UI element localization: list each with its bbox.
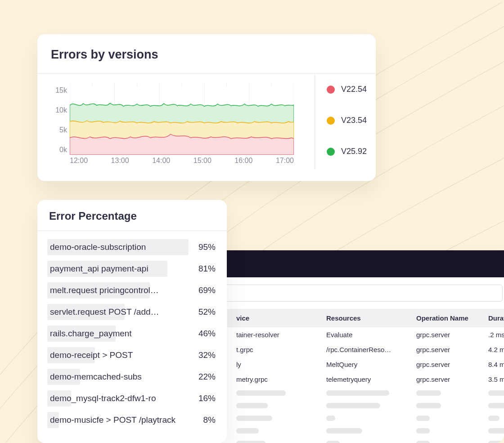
cell: /rpc.ContainerReso… <box>326 346 416 353</box>
error-percentage-card: Error Percentage demo-oracle-subscriptio… <box>37 200 227 443</box>
row-label: demo-memcached-subs <box>47 369 142 385</box>
chart-legend: V22.54 V23.54 V25.92 <box>315 74 376 169</box>
skeleton-bar <box>236 441 266 443</box>
row-value: 81% <box>198 264 217 274</box>
skeleton-bar <box>488 416 500 421</box>
cell: grpc.server <box>416 361 488 368</box>
error-percentage-list: demo-oracle-subscription95%payment_api p… <box>37 231 227 428</box>
cell: Evaluate <box>326 331 416 339</box>
skeleton-bar <box>416 416 430 421</box>
legend-item: V25.92 <box>327 147 367 156</box>
cell: .2 ms <box>488 331 504 339</box>
table-row[interactable]: metry.grpctelemetryquerygrpc.server3.5 m… <box>227 372 504 387</box>
skeleton-bar <box>326 403 380 408</box>
row-value: 16% <box>198 393 217 403</box>
cell: MeltQuery <box>326 361 416 368</box>
row-value: 32% <box>198 350 217 360</box>
skeleton-bar <box>236 390 286 396</box>
row-label: demo-musicfe > POST /playtrack <box>47 412 176 428</box>
skeleton-row <box>227 412 504 425</box>
row-label: demo-oracle-subscription <box>47 239 146 255</box>
card-title: Errors by versions <box>37 34 376 74</box>
cell: 8.4 ms <box>488 361 504 368</box>
col-operation: Operation Name <box>416 314 488 322</box>
cell: 3.5 ms <box>488 375 504 383</box>
skeleton-bar <box>326 441 340 443</box>
legend-dot-icon <box>327 86 335 94</box>
trace-table-header: vice Resources Operation Name Duration <box>227 309 504 327</box>
skeleton-row <box>227 399 504 412</box>
row-value: 8% <box>203 415 217 425</box>
skeleton-bar <box>416 441 430 443</box>
error-percentage-row[interactable]: demo-memcached-subs22% <box>47 369 217 385</box>
cell: t.grpc <box>236 346 326 353</box>
row-label: payment_api payment-api <box>47 261 148 277</box>
row-value: 52% <box>198 307 217 317</box>
error-percentage-row[interactable]: demo-musicfe > POST /playtrack8% <box>47 412 217 428</box>
row-label: servlet.request POST /add… <box>47 304 159 320</box>
cell: telemetryquery <box>326 375 416 383</box>
area-chart-svg <box>70 83 294 155</box>
error-percentage-row[interactable]: rails.charge_payment46% <box>47 325 217 342</box>
legend-dot-icon <box>327 117 335 125</box>
col-duration: Duration <box>488 314 504 322</box>
row-value: 46% <box>198 329 217 339</box>
skeleton-bar <box>416 403 441 408</box>
col-service: vice <box>236 314 326 322</box>
error-percentage-row[interactable]: demo-oracle-subscription95% <box>47 239 217 255</box>
table-row[interactable]: tainer-resolverEvaluategrpc.server.2 ms <box>227 327 504 342</box>
skeleton-bar <box>326 390 389 396</box>
table-row[interactable]: t.grpc/rpc.ContainerReso…grpc.server4.2 … <box>227 342 504 357</box>
x-axis: 12:00 13:00 14:00 15:00 16:00 17:00 <box>70 157 294 165</box>
trace-table-body: tainer-resolverEvaluategrpc.server.2 mst… <box>227 327 504 443</box>
legend-item: V23.54 <box>327 116 367 125</box>
col-resources: Resources <box>326 314 416 322</box>
row-label: rails.charge_payment <box>47 325 132 342</box>
skeleton-bar <box>236 416 272 421</box>
errors-chart: 15k 10k 5k 0k <box>37 74 315 169</box>
error-percentage-row[interactable]: payment_api payment-api81% <box>47 261 217 277</box>
skeleton-bar <box>326 416 335 421</box>
row-label: demo-receipt > POST <box>47 347 133 363</box>
skeleton-row <box>227 425 504 437</box>
skeleton-bar <box>488 441 504 443</box>
error-percentage-row[interactable]: melt.request pricingcontrol…69% <box>47 282 217 298</box>
skeleton-bar <box>488 390 504 396</box>
skeleton-bar <box>236 403 268 408</box>
skeleton-row <box>227 437 504 443</box>
error-percentage-row[interactable]: demo_mysql-track2-dfw1-ro16% <box>47 390 217 407</box>
cell: grpc.server <box>416 331 488 339</box>
row-value: 22% <box>198 372 217 382</box>
cell: 4.2 ms <box>488 346 504 353</box>
row-label: demo_mysql-track2-dfw1-ro <box>47 390 156 407</box>
legend-item: V22.54 <box>327 85 367 94</box>
cell: ly <box>236 361 326 368</box>
skeleton-bar <box>236 428 259 434</box>
skeleton-bar <box>488 428 504 434</box>
cell: metry.grpc <box>236 375 326 383</box>
skeleton-row <box>227 387 504 399</box>
error-percentage-row[interactable]: demo-receipt > POST32% <box>47 347 217 363</box>
skeleton-bar <box>488 403 504 408</box>
error-percentage-row[interactable]: servlet.request POST /add…52% <box>47 304 217 320</box>
row-value: 95% <box>198 242 217 252</box>
row-label: melt.request pricingcontrol… <box>47 282 159 298</box>
errors-by-versions-card: Errors by versions 15k 10k 5k 0k <box>37 34 376 181</box>
skeleton-bar <box>416 428 430 434</box>
cell: tainer-resolver <box>236 331 326 339</box>
legend-dot-icon <box>327 148 335 156</box>
cell: grpc.server <box>416 375 488 383</box>
cell: grpc.server <box>416 346 488 353</box>
row-value: 69% <box>198 285 217 295</box>
skeleton-bar <box>416 390 441 396</box>
card-title: Error Percentage <box>37 200 227 231</box>
table-row[interactable]: lyMeltQuerygrpc.server8.4 ms <box>227 357 504 372</box>
y-axis: 15k 10k 5k 0k <box>51 86 70 154</box>
skeleton-bar <box>326 428 362 434</box>
